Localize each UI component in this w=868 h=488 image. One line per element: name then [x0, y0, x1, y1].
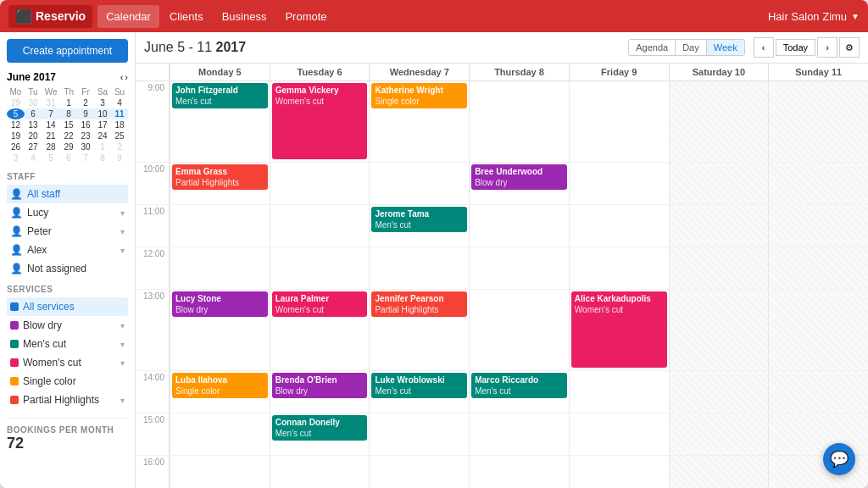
cell-sun-1300[interactable]	[768, 290, 868, 370]
cell-thu-1200[interactable]	[469, 247, 569, 289]
cell-wed-1400[interactable]: Luke Wroblowski Men's cut	[369, 371, 469, 413]
mini-cal-day[interactable]: 24	[94, 130, 111, 141]
cell-mon-1400[interactable]: Luba Ilahova Single color	[170, 371, 270, 413]
cell-sat-1600[interactable]	[669, 456, 769, 488]
cell-tue-1500[interactable]: Connan Donelly Men's cut	[270, 413, 370, 455]
nav-business[interactable]: Business	[214, 5, 275, 28]
mini-cal-day[interactable]: 5	[7, 108, 25, 119]
mini-cal-day[interactable]: 26	[7, 141, 25, 152]
mini-cal-prev[interactable]: ‹	[120, 72, 124, 82]
cell-fri-1200[interactable]	[569, 247, 669, 289]
mini-cal-day[interactable]: 18	[111, 119, 128, 130]
mini-cal-day[interactable]: 3	[7, 152, 25, 164]
mini-cal-day[interactable]: 4	[111, 97, 128, 108]
mini-cal-day[interactable]: 2	[77, 97, 94, 108]
mini-cal-day[interactable]: 3	[94, 97, 111, 108]
cell-sat-900[interactable]	[669, 81, 769, 162]
mini-cal-day[interactable]: 1	[94, 141, 111, 152]
mini-cal-day[interactable]: 21	[42, 130, 60, 141]
cell-thu-1400[interactable]: Marco Riccardo Men's cut	[469, 371, 569, 413]
cell-mon-1100[interactable]	[170, 205, 270, 247]
create-appointment-button[interactable]: Create appointment	[7, 39, 128, 63]
mini-cal-day[interactable]: 6	[60, 152, 77, 164]
cell-thu-1000[interactable]: Bree Underwood Blow dry	[469, 163, 569, 204]
cell-thu-900[interactable]	[469, 81, 569, 162]
mini-cal-day[interactable]: 16	[77, 119, 94, 130]
cell-fri-1100[interactable]	[569, 205, 669, 247]
calendar-today-button[interactable]: Today	[776, 39, 815, 56]
sidebar-staff-all[interactable]: 👤 All staff	[7, 185, 128, 203]
mini-cal-day[interactable]: 8	[60, 108, 77, 119]
chat-button[interactable]: 💬	[823, 443, 855, 475]
mini-cal-day[interactable]: 7	[42, 108, 60, 119]
sidebar-staff-alex[interactable]: 👤 Alex ▾	[7, 241, 128, 259]
appointment[interactable]: Laura Palmer Women's cut	[272, 291, 368, 317]
cell-sun-1500[interactable]	[768, 413, 868, 455]
cell-wed-1000[interactable]	[369, 163, 469, 204]
appointment[interactable]: Jennifer Pearson Partial Highlights	[371, 291, 467, 317]
mini-cal-day[interactable]: 8	[94, 152, 111, 164]
sidebar-service-blow-dry[interactable]: Blow dry ▾	[7, 316, 128, 335]
sidebar-service-mens-cut[interactable]: Men's cut ▾	[7, 335, 128, 353]
mini-cal-day[interactable]: 29	[7, 97, 25, 108]
nav-clients[interactable]: Clients	[161, 5, 212, 28]
view-day-button[interactable]: Day	[676, 40, 707, 55]
cell-tue-1600[interactable]	[270, 456, 370, 488]
view-week-button[interactable]: Week	[707, 40, 744, 55]
cell-wed-1600[interactable]	[369, 456, 469, 488]
mini-cal-next[interactable]: ›	[125, 72, 128, 82]
cell-tue-1100[interactable]	[270, 205, 370, 247]
appointment[interactable]: Gemma Vickery Women's cut	[272, 83, 368, 159]
cell-sun-1400[interactable]	[768, 371, 868, 413]
cell-tue-1000[interactable]	[270, 163, 370, 204]
cell-tue-1300[interactable]: Laura Palmer Women's cut	[270, 290, 370, 370]
cell-sat-1300[interactable]	[669, 290, 769, 370]
cell-sun-1100[interactable]	[768, 205, 868, 247]
appointment[interactable]: Jerome Tama Men's cut	[371, 207, 467, 232]
mini-cal-day[interactable]: 12	[7, 119, 25, 130]
cell-fri-1500[interactable]	[569, 413, 669, 455]
appointment[interactable]: Alice Karkadupolis Women's cut	[571, 291, 667, 368]
mini-cal-day[interactable]: 1	[60, 97, 77, 108]
appointment[interactable]: Connan Donelly Men's cut	[272, 415, 368, 441]
cell-thu-1300[interactable]	[469, 290, 569, 370]
mini-cal-day[interactable]: 5	[42, 152, 60, 164]
cell-mon-1200[interactable]	[170, 247, 270, 289]
view-agenda-button[interactable]: Agenda	[629, 40, 676, 55]
mini-cal-day[interactable]: 15	[60, 119, 77, 130]
cell-fri-900[interactable]	[569, 81, 669, 162]
nav-calendar[interactable]: Calendar	[97, 5, 159, 28]
cell-tue-1200[interactable]	[270, 247, 370, 289]
mini-cal-day[interactable]: 9	[77, 108, 94, 119]
cell-wed-900[interactable]: Katherine Wright Single color	[369, 81, 469, 162]
mini-cal-day[interactable]: 31	[42, 97, 60, 108]
cell-fri-1000[interactable]	[569, 163, 669, 204]
mini-cal-day[interactable]: 10	[94, 108, 111, 119]
cell-thu-1600[interactable]	[469, 456, 569, 488]
cell-wed-1100[interactable]: Jerome Tama Men's cut	[369, 205, 469, 247]
appointment[interactable]: Brenda O'Brien Blow dry	[272, 373, 368, 398]
sidebar-staff-not-assigned[interactable]: 👤 Not assigned	[7, 259, 128, 278]
mini-cal-day[interactable]: 14	[42, 119, 60, 130]
sidebar-service-single-color[interactable]: Single color	[7, 372, 128, 391]
mini-cal-day[interactable]: 30	[25, 97, 42, 108]
sidebar-staff-lucy[interactable]: 👤 Lucy ▾	[7, 203, 128, 222]
mini-cal-day[interactable]: 13	[25, 119, 42, 130]
cell-wed-1200[interactable]	[369, 247, 469, 289]
cell-sun-1200[interactable]	[768, 247, 868, 289]
mini-cal-day[interactable]: 4	[25, 152, 42, 164]
cell-wed-1500[interactable]	[369, 413, 469, 455]
cell-tue-1400[interactable]: Brenda O'Brien Blow dry	[270, 371, 370, 413]
appointment[interactable]: Lucy Stone Blow dry	[172, 291, 268, 317]
cell-sat-1100[interactable]	[669, 205, 769, 247]
mini-cal-day[interactable]: 28	[42, 141, 60, 152]
calendar-next-button[interactable]: ›	[817, 37, 837, 58]
appointment[interactable]: Luke Wroblowski Men's cut	[371, 373, 467, 398]
appointment[interactable]: John Fitzgerald Men's cut	[172, 83, 268, 108]
cell-thu-1500[interactable]	[469, 413, 569, 455]
appointment[interactable]: Emma Grass Partial Highlights	[172, 164, 268, 190]
mini-cal-day[interactable]: 30	[77, 141, 94, 152]
cell-sat-1400[interactable]	[669, 371, 769, 413]
sidebar-service-all[interactable]: All services	[7, 297, 128, 316]
mini-cal-day[interactable]: 2	[111, 141, 128, 152]
